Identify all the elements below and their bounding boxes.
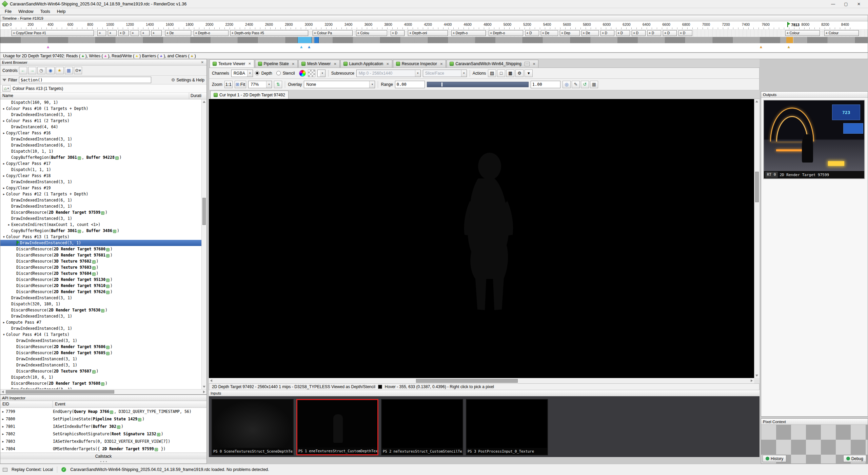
expander-icon[interactable]: ▶	[2, 193, 6, 196]
callstack-section[interactable]: Callstack	[0, 453, 206, 459]
goto-resource-icon[interactable]: ›	[101, 382, 104, 386]
expander-icon[interactable]: ▶	[2, 321, 6, 324]
scrollbar-thumb[interactable]	[755, 172, 759, 202]
event-row[interactable]: DiscardResource(2D Render Target 97599›)	[0, 209, 201, 215]
texture-vertical-scrollbar[interactable]	[754, 99, 760, 378]
timeline-pass-chip[interactable]: + D	[118, 30, 129, 36]
menu-tools[interactable]: Tools	[37, 8, 54, 15]
timeline-pass-chip[interactable]: + D	[632, 30, 646, 36]
expander-icon[interactable]: ▶	[7, 223, 11, 226]
zoom-range-button[interactable]: ◎	[563, 81, 571, 88]
event-row[interactable]: DrawIndexedInstanced(6, 1)	[0, 142, 201, 148]
event-row[interactable]: ▶Colour Pass #12 (1 Targets + Depth)	[0, 191, 201, 197]
pixel-context-view[interactable]: History Debug	[761, 425, 868, 463]
event-row[interactable]: DrawIndexedInstanced(3, 1)	[0, 203, 201, 209]
event-row[interactable]: DrawIndexedInstanced(3, 1)	[0, 179, 201, 185]
tab-overflow-icon[interactable]: ⋯	[525, 62, 530, 66]
timeline-pass-chip[interactable]: + Depth-o	[451, 30, 486, 36]
tab-close-icon[interactable]: ✕	[386, 62, 389, 66]
visualisation-dropdown[interactable]: ▾	[317, 70, 326, 77]
event-row[interactable]: DiscardResource(2D Render Target 97626›)	[0, 289, 201, 295]
api-call-row[interactable]: ▶7802SetGraphicsRootSignature(Root Signa…	[0, 430, 206, 438]
expander-icon[interactable]: ▶	[2, 162, 6, 165]
event-column-header[interactable]: Event	[53, 401, 65, 407]
timeline-pass-chip[interactable]: + Colour Pa	[313, 30, 353, 36]
event-row[interactable]: Dispatch(10, 1, 1)	[0, 148, 201, 154]
timeline-pass-chip[interactable]: + D	[678, 30, 692, 36]
scroll-up-icon[interactable]	[203, 101, 205, 103]
event-row[interactable]: Dispatch(160, 90, 1)	[0, 99, 201, 106]
event-row[interactable]: DiscardResource(2D Texture 97607›)	[0, 368, 201, 374]
range-slider-handle[interactable]	[441, 82, 442, 87]
event-row[interactable]: DrawIndexedInstanced(3, 1)	[0, 325, 201, 331]
timeline-pass-chip[interactable]: + Dep	[560, 30, 580, 36]
input-thumbnail[interactable]: PS 0 SceneTexturesStruct_SceneDepthTextu	[212, 399, 294, 455]
timeline-action-track[interactable]	[0, 37, 868, 43]
timeline-pass-chip[interactable]: + Depth-onl	[408, 30, 448, 36]
api-call-list[interactable]: ▶7799EndQuery(Query Heap 3766›, D3D12_QU…	[0, 408, 206, 453]
expander-icon[interactable]: ▶	[2, 174, 6, 177]
api-column-header[interactable]: EID Event	[0, 401, 206, 408]
maximize-button[interactable]: ▢	[840, 2, 852, 6]
minimize-button[interactable]: —	[827, 2, 840, 6]
timeline-pass-chip[interactable]: +	[151, 30, 162, 36]
expander-icon[interactable]: ▼	[2, 235, 6, 239]
replay-context-label[interactable]: Replay Context: Local	[12, 467, 53, 472]
expander-icon[interactable]: ▶	[0, 425, 6, 428]
timeline-usage-marker[interactable]: ▲	[759, 45, 763, 49]
goto-resource-icon[interactable]: ›	[117, 425, 120, 429]
event-row[interactable]: Dispatch(10, 6, 1)	[0, 374, 201, 380]
api-call-row[interactable]: ▶7800SetPipelineState(Pipeline State 142…	[0, 415, 206, 423]
event-tree-vertical-scrollbar[interactable]	[201, 99, 206, 389]
expander-icon[interactable]: ▶	[2, 107, 6, 110]
goto-resource-icon[interactable]: ›	[106, 285, 110, 288]
timeline-pass-chip[interactable]: + Copy/Clear Pass #1	[12, 30, 94, 36]
expander-icon[interactable]: ▶	[0, 440, 6, 443]
time-actions-button[interactable]: ◷	[37, 67, 45, 74]
timeline-pass-chip[interactable]: + Colou	[356, 30, 387, 36]
bookmark-button[interactable]: ★	[56, 67, 64, 74]
timeline-usage-marker[interactable]: ▲	[787, 45, 791, 49]
tab-mesh-viewer[interactable]: Mesh Viewer✕	[298, 60, 340, 68]
menu-help[interactable]: Help	[54, 8, 69, 15]
zoom-1-1-button[interactable]: 1:1	[224, 81, 233, 88]
find-event-button[interactable]: ◉	[46, 67, 55, 74]
timeline-pass-chip[interactable]: + D	[391, 30, 405, 36]
event-row[interactable]: DrawIndexedInstanced(3, 1)	[0, 295, 201, 301]
scrollbar-thumb[interactable]	[202, 198, 206, 225]
timeline-pass-chip[interactable]: +	[108, 30, 117, 36]
event-row[interactable]: DrawIndexedInstanced(3, 1)	[0, 362, 201, 368]
goto-resource-icon[interactable]: ›	[155, 448, 158, 451]
goto-resource-icon[interactable]: ›	[106, 248, 110, 251]
timeline-pass-chip[interactable]: + Depth-o	[194, 30, 228, 36]
expander-icon[interactable]: ▶	[0, 448, 6, 451]
expander-icon[interactable]: ▶	[2, 132, 6, 135]
event-row[interactable]: DrawIndexedInstanced(3, 1)	[0, 215, 201, 222]
range-max-input[interactable]	[531, 81, 560, 88]
home-button[interactable]: ⌂▾	[2, 85, 11, 92]
alpha-background-button[interactable]	[308, 70, 315, 77]
tab-close-icon[interactable]: ✕	[334, 62, 336, 66]
event-row[interactable]: DiscardResource(2D Texture 97604›)	[0, 270, 201, 277]
event-row[interactable]: CopyBufferRegion(Buffer 3861›, Buffer 94…	[0, 154, 201, 160]
output-thumbnail[interactable]: 723 RT 0 2D Render Target 97599	[763, 100, 865, 179]
event-row[interactable]: DrawIndexedInstanced(3, 1)	[0, 338, 201, 344]
panel-close-icon[interactable]: ✕	[200, 60, 205, 64]
open-new-window-button[interactable]: □	[497, 70, 505, 77]
tab-close-icon[interactable]: ✕	[533, 62, 535, 66]
expander-icon[interactable]: ▶	[0, 410, 6, 413]
expander-icon[interactable]: ▶	[2, 187, 6, 190]
event-tree-horizontal-scrollbar[interactable]	[0, 389, 206, 394]
menu-file[interactable]: File	[1, 8, 15, 15]
scroll-down-icon[interactable]	[203, 386, 205, 388]
range-slider[interactable]	[427, 82, 529, 87]
expander-icon[interactable]: ▼	[2, 333, 6, 336]
timeline-pass-chip[interactable]: + Colour	[785, 30, 820, 36]
expander-icon[interactable]: ▶	[0, 433, 6, 436]
timeline-pass-chip[interactable]: + D	[663, 30, 677, 36]
expander-icon[interactable]: ▶	[2, 119, 6, 122]
event-row[interactable]: DrawInstanced(4, 64)	[0, 124, 201, 130]
event-row[interactable]: DiscardResource(2D Render Target 97606›)	[0, 344, 201, 350]
name-column-header[interactable]: Name	[0, 93, 13, 98]
slice-face-dropdown[interactable]: Slice/Face ▾	[423, 70, 467, 77]
